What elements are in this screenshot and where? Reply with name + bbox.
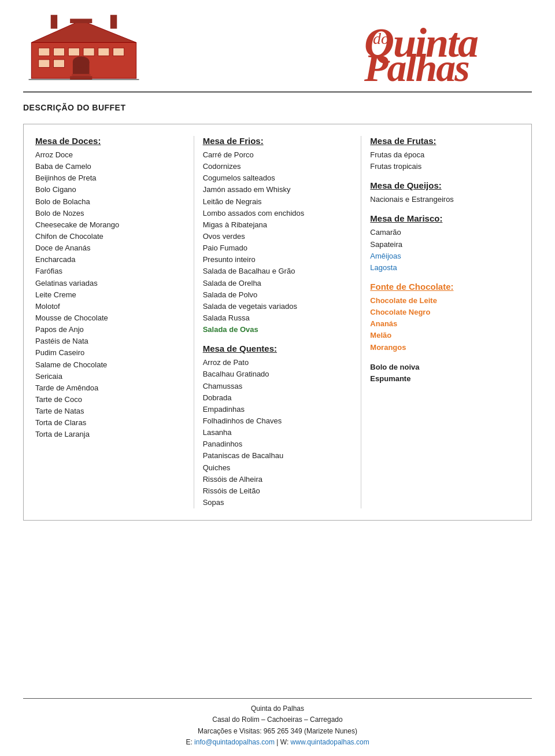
list-item: Encharcada — [35, 254, 185, 265]
list-item: Migas à Ribatejana — [203, 219, 353, 231]
svg-rect-17 — [70, 76, 92, 80]
footer-mid: | W: — [275, 738, 291, 746]
col-right: Mesa de Frutas: Frutas da épocaFrutas tr… — [364, 136, 520, 508]
footer: Quinta do Palhas Casal do Rolim – Cachoe… — [0, 692, 555, 756]
list-item: Sericaia — [35, 371, 185, 382]
list-item: Bolo de noiva — [370, 362, 520, 373]
list-item: Bolo de Bolacha — [35, 196, 185, 208]
list-item: Bolo Cigano — [35, 184, 185, 196]
footer-divider — [23, 698, 532, 699]
spacer-1 — [203, 335, 353, 344]
list-item: Dobrada — [203, 392, 353, 404]
main-content-box: Mesa de Doces: Arroz DoceBaba de CameloB… — [23, 124, 532, 521]
list-item: Rissóis de Alheira — [203, 474, 353, 485]
list-item: Paio Fumado — [203, 242, 353, 254]
list-item: Bacalhau Gratinado — [203, 368, 353, 380]
list-item: Panadinhos — [203, 438, 353, 450]
list-item: Arroz de Pato — [203, 357, 353, 368]
section-frutas-title: Mesa de Frutas: — [370, 136, 520, 146]
list-item: Sapateira — [370, 239, 520, 250]
spacer-3 — [370, 205, 520, 213]
list-item: Mousse de Chocolate — [35, 312, 185, 324]
section-queijos-title: Mesa de Queijos: — [370, 180, 520, 190]
footer-line4: E: info@quintadopalhas.com | W: www.quin… — [23, 737, 532, 748]
footer-content: Quinta do Palhas Casal do Rolim – Cachoe… — [23, 703, 532, 748]
list-item: Leitão de Negrais — [203, 196, 353, 208]
list-item: Bolo de Nozes — [35, 208, 185, 219]
divider-1 — [194, 136, 194, 508]
col-doces: Mesa de Doces: Arroz DoceBaba de CameloB… — [35, 136, 191, 508]
section-chocolate-title: Fonte de Chocolate: — [370, 282, 520, 292]
building-logo — [23, 10, 145, 86]
svg-rect-8 — [68, 48, 79, 56]
list-item: Amêijoas — [370, 250, 520, 262]
list-item: Salada de Orelha — [203, 278, 353, 289]
list-item: Gelatinas variadas — [35, 278, 185, 289]
list-item: Jamón assado em Whisky — [203, 184, 353, 196]
footer-website-link[interactable]: www.quintadopalhas.com — [291, 738, 369, 746]
list-item: Sopas — [203, 497, 353, 508]
header: Quinta do Palhas — [0, 0, 555, 91]
list-item: Espumante — [370, 373, 520, 385]
svg-point-15 — [73, 56, 90, 67]
svg-text:do: do — [373, 29, 389, 47]
svg-rect-3 — [70, 19, 92, 23]
spacer-4 — [370, 274, 520, 282]
list-item: Papos de Anjo — [35, 324, 185, 335]
spacer-5 — [370, 353, 520, 362]
section-doces-title: Mesa de Doces: — [35, 136, 185, 146]
footer-line1: Quinta do Palhas — [23, 703, 532, 714]
footer-email-prefix: E: — [186, 738, 194, 746]
list-item: Torta de Laranja — [35, 429, 185, 440]
list-item: Codornizes — [203, 161, 353, 172]
svg-rect-9 — [83, 48, 94, 56]
chocolate-items: Chocolate de LeiteChocolate NegroAnanásM… — [370, 295, 520, 353]
list-item: Molotof — [35, 301, 185, 312]
list-item: Chocolate Negro — [370, 307, 520, 318]
list-item: Tarte de Coco — [35, 394, 185, 405]
list-item: Melão — [370, 330, 520, 341]
list-item: Ananás — [370, 318, 520, 330]
svg-rect-12 — [39, 60, 50, 67]
list-item: Pastéis de Nata — [35, 335, 185, 347]
list-item: Ovos verdes — [203, 231, 353, 242]
svg-rect-13 — [54, 60, 65, 67]
list-item: Morangos — [370, 342, 520, 353]
special-items: Bolo de noivaEspumante — [370, 362, 520, 385]
doces-items: Arroz DoceBaba de CameloBeijinhos de Pre… — [35, 149, 185, 441]
svg-rect-4 — [51, 15, 57, 29]
brand-logo: Quinta do Palhas — [358, 10, 532, 86]
list-item: Lombo assados com enchidos — [203, 208, 353, 219]
list-item: Chocolate de Leite — [370, 295, 520, 307]
footer-line3: Marcações e Visitas: 965 265 349 (Marize… — [23, 726, 532, 737]
svg-rect-6 — [39, 48, 50, 56]
divider-2 — [361, 136, 361, 508]
section-marisco-title: Mesa de Marisco: — [370, 213, 520, 223]
list-item: Salada de Polvo — [203, 289, 353, 301]
footer-email-link[interactable]: info@quintadopalhas.com — [194, 738, 275, 746]
list-item: Rissóis de Leitão — [203, 485, 353, 497]
list-item: Arroz Doce — [35, 149, 185, 161]
list-item: Frutas tropicais — [370, 161, 520, 172]
list-item: Folhadinhos de Chaves — [203, 415, 353, 427]
frios-item-green: Salada de Ovas — [203, 324, 353, 335]
svg-rect-11 — [113, 48, 124, 56]
footer-line2: Casal do Rolim – Cachoeiras – Carregado — [23, 714, 532, 725]
list-item: Chamussas — [203, 381, 353, 392]
list-item: Cheesecake de Morango — [35, 219, 185, 231]
list-item: Pataniscas de Bacalhau — [203, 450, 353, 462]
page-title: DESCRIÇÃO DO BUFFET — [23, 103, 532, 112]
list-item: Quiches — [203, 462, 353, 474]
list-item: Salada de vegetais variados — [203, 301, 353, 312]
list-item: Torta de Claras — [35, 417, 185, 429]
svg-rect-7 — [54, 48, 65, 56]
svg-rect-10 — [98, 48, 109, 56]
marisco-items-blue: AmêijoasLagosta — [370, 250, 520, 274]
section-quentes-title: Mesa de Quentes: — [203, 344, 353, 353]
list-item: Baba de Camelo — [35, 161, 185, 172]
list-item: Carré de Porco — [203, 149, 353, 161]
queijos-items: Nacionais e Estrangeiros — [370, 194, 520, 205]
list-item: Pudim Caseiro — [35, 347, 185, 359]
list-item: Lagosta — [370, 262, 520, 274]
spacer-2 — [370, 172, 520, 180]
